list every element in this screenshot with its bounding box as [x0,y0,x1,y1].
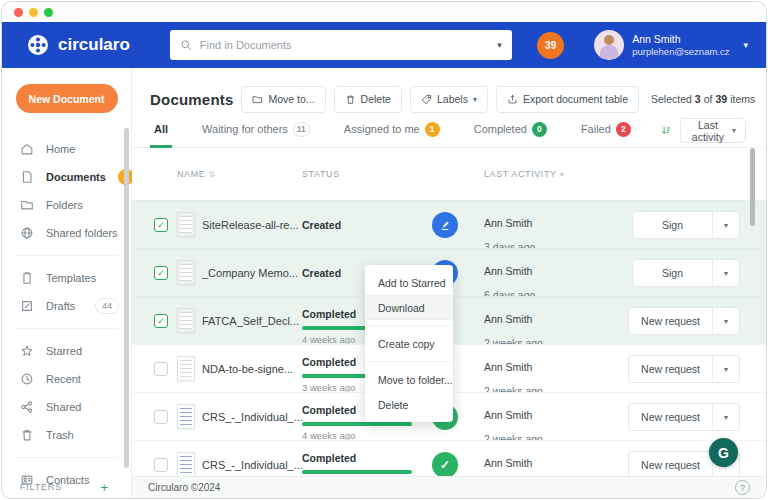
brand-name: circularo [58,35,130,55]
tab-all[interactable]: All [150,114,172,148]
row-checkbox-unchecked[interactable] [154,362,168,376]
notification-badge[interactable]: 39 [537,32,564,59]
export-document-table-button[interactable]: Export document table [496,86,639,113]
new-document-button[interactable]: New Document [16,84,118,113]
sidebar-item-starred[interactable]: Starred [2,337,131,365]
action-caret-icon[interactable]: ▾ [713,260,739,286]
action-caret-icon[interactable]: ▾ [713,308,739,334]
row-checkbox-checked[interactable]: ✓ [154,314,168,328]
new-request-button[interactable]: New request [629,308,713,334]
sidebar-item-home[interactable]: Home [2,135,131,163]
drafts-count: 44 [95,298,119,314]
menu-item-delete[interactable]: Delete [365,392,453,417]
sidebar-item-label: Trash [46,429,74,441]
sidebar-item-drafts[interactable]: Drafts 44 [2,292,131,320]
status-progress-bar [302,470,412,474]
avatar-figure [604,35,614,45]
table-row[interactable]: ✓ SiteRelease-all-re... Created Ann Smit… [132,200,766,248]
minimize-window-button[interactable] [29,8,38,17]
table-scrollbar[interactable] [750,148,755,226]
tab-label: Completed [474,123,527,135]
labels-button[interactable]: Labels ▾ [410,86,488,113]
status-label: Created [302,267,341,279]
search-icon [180,39,192,51]
sign-button[interactable]: Sign [633,212,713,238]
document-name[interactable]: FATCA_Self_Decl... [202,315,304,327]
row-checkbox-checked[interactable]: ✓ [154,218,168,232]
menu-item-download[interactable]: Download [365,295,453,320]
row-checkbox-checked[interactable]: ✓ [154,266,168,280]
tab-badge: 2 [616,122,631,137]
column-header-status[interactable]: STATUS [302,169,340,179]
action-caret-icon[interactable]: ▾ [713,212,739,238]
action-caret-icon[interactable]: ▾ [713,356,739,382]
brand-logo[interactable]: circularo [26,33,130,57]
menu-item-create-copy[interactable]: Create copy [365,331,453,356]
row-action-split-button: New request ▾ [628,403,740,431]
column-header-name[interactable]: NAME⇅ [177,169,216,179]
document-name[interactable]: NDA-to-be-signe... [202,363,304,375]
user-menu-caret-icon[interactable]: ▾ [743,40,748,50]
document-name[interactable]: CRS_-_Individual_... [202,459,304,471]
sidebar-divider [16,255,118,256]
delete-label: Delete [361,93,391,105]
add-filter-icon[interactable]: + [101,480,109,495]
document-thumbnail [177,452,195,477]
delete-button[interactable]: Delete [334,86,402,113]
document-name[interactable]: SiteRelease-all-re... [202,219,304,231]
document-name[interactable]: _Company Memo... [202,267,304,279]
filters-section[interactable]: FILTERS + [2,474,123,499]
zoom-window-button[interactable] [44,8,53,17]
new-request-button[interactable]: New request [629,404,713,430]
tab-assigned-to-me[interactable]: Assigned to me 1 [340,114,444,148]
search-box[interactable]: ▾ [170,30,512,60]
row-checkbox-unchecked[interactable] [154,410,168,424]
trash-icon [345,94,356,105]
sidebar-divider [16,328,118,329]
sidebar-item-trash[interactable]: Trash [2,421,131,449]
sidebar-scrollbar[interactable] [124,128,129,468]
tab-label: All [154,123,168,135]
status-progress-bar [302,422,412,426]
action-caret-icon[interactable]: ▾ [713,404,739,430]
search-input[interactable] [200,39,489,51]
selection-summary: Selected 3 of 39 items [651,93,755,105]
sign-button[interactable]: Sign [633,260,713,286]
new-request-button[interactable]: New request [629,452,713,478]
menu-item-move-to-folder[interactable]: Move to folder... [365,367,453,392]
sort-down-icon: ▾ [560,170,565,179]
total-count: 39 [715,93,727,105]
sidebar-item-documents[interactable]: Documents 3 [2,163,131,191]
sidebar-item-templates[interactable]: Templates [2,264,131,292]
sidebar-item-recent[interactable]: Recent [2,365,131,393]
move-to-button[interactable]: Move to... [241,86,325,113]
sort-caret-icon: ▾ [732,126,736,135]
user-avatar[interactable] [594,30,624,60]
help-button[interactable]: ? [735,480,750,495]
status-label: Created [302,219,341,231]
search-scope-caret-icon[interactable]: ▾ [497,40,502,50]
sort-direction-icon[interactable] [661,124,671,137]
column-header-last-activity[interactable]: LAST ACTIVITY▾ [484,169,564,179]
folder-move-icon [252,94,263,105]
tab-completed[interactable]: Completed 0 [470,114,551,148]
tab-waiting-for-others[interactable]: Waiting for others 11 [198,114,314,148]
row-checkbox-unchecked[interactable] [154,458,168,472]
grammarly-icon[interactable]: G [709,438,738,467]
menu-item-add-to-starred[interactable]: Add to Starred [365,270,453,295]
new-request-button[interactable]: New request [629,356,713,382]
sidebar-item-label: Templates [46,272,96,284]
sort-by-button[interactable]: Last activity ▾ [680,118,746,143]
clock-icon [20,372,34,386]
sidebar-item-folders[interactable]: Folders [2,191,131,219]
row-context-menu: Add to Starred Download Create copy Move… [365,265,453,422]
folder-icon [20,198,34,212]
sidebar-item-shared-folders[interactable]: Shared folders [2,219,131,247]
sidebar-item-label: Shared folders [46,227,118,239]
status-label: Completed [302,452,356,464]
document-name[interactable]: CRS_-_Individual_... [202,411,304,423]
row-action-split-button: New request ▾ [628,355,740,383]
sidebar-item-shared[interactable]: Shared [2,393,131,421]
close-window-button[interactable] [14,8,23,17]
tab-failed[interactable]: Failed 2 [577,114,635,148]
